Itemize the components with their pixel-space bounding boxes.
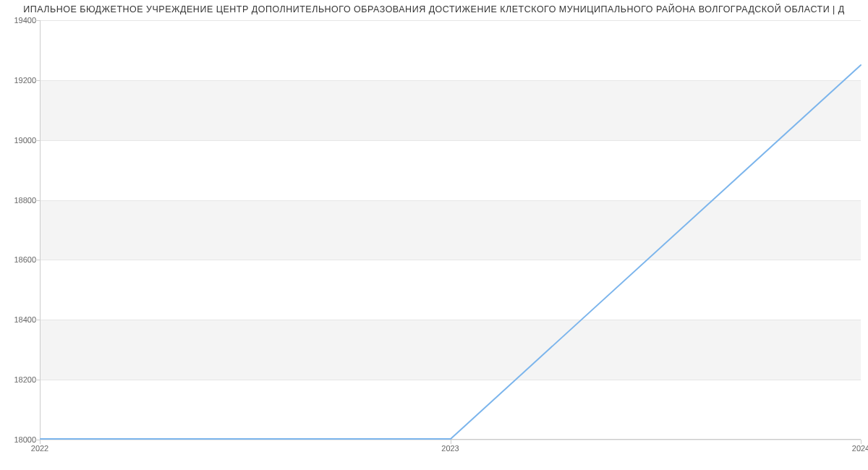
y-tick <box>35 20 40 21</box>
x-tick <box>40 440 41 444</box>
plot-area <box>40 20 861 440</box>
y-tick <box>35 80 40 81</box>
y-tick-label: 18000 <box>7 435 36 444</box>
y-tick <box>35 380 40 380</box>
y-tick-label: 18600 <box>7 255 36 264</box>
y-tick-label: 19200 <box>7 76 36 85</box>
x-tick <box>861 440 861 444</box>
y-tick <box>35 260 40 260</box>
y-tick <box>35 200 40 201</box>
y-tick <box>35 320 40 320</box>
y-tick-label: 18400 <box>7 315 36 324</box>
x-tick-label: 2022 <box>31 444 48 453</box>
x-tick <box>451 440 451 444</box>
line-series <box>41 20 861 439</box>
y-tick-label: 19000 <box>7 136 36 145</box>
data-polyline <box>41 65 861 439</box>
chart-title: ИПАЛЬНОЕ БЮДЖЕТНОЕ УЧРЕЖДЕНИЕ ЦЕНТР ДОПО… <box>0 4 868 14</box>
x-tick-label: 2023 <box>441 444 459 453</box>
y-tick-label: 18800 <box>7 196 36 205</box>
x-tick-label: 2024 <box>852 444 868 453</box>
y-tick-label: 19400 <box>7 16 36 25</box>
y-tick-label: 18200 <box>7 375 36 384</box>
y-tick <box>35 140 40 141</box>
chart-container: ИПАЛЬНОЕ БЮДЖЕТНОЕ УЧРЕЖДЕНИЕ ЦЕНТР ДОПО… <box>0 0 868 470</box>
